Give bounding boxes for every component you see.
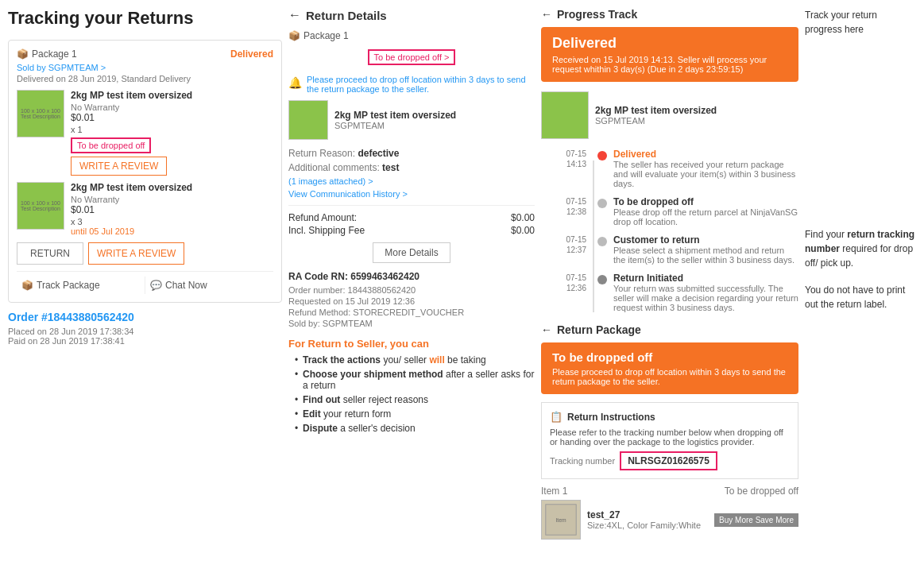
- tracking-number: NLRSGZ01626575: [620, 451, 717, 470]
- return-reason-label: Return Reason:: [288, 148, 355, 159]
- item-product-img: Item: [541, 500, 581, 540]
- instruction-2: Choose your shipment method after a sell…: [295, 369, 535, 391]
- communication-history-link[interactable]: View Communication History >: [288, 189, 535, 199]
- requested-on: Requested on 15 Jul 2019 12:36: [288, 296, 535, 306]
- chat-now-btn[interactable]: 💬 Chat Now: [145, 277, 273, 294]
- shipping-label: Incl. Shipping Fee: [288, 225, 365, 236]
- item-warranty-1: No Warranty: [71, 103, 273, 112]
- delivery-info: Delivered on 28 Jun 2019, Standard Deliv…: [17, 74, 273, 83]
- item-details-2: 2kg MP test item oversized No Warranty $…: [71, 182, 273, 236]
- return-button[interactable]: RETURN: [17, 242, 83, 265]
- timeline-desc-1: The seller has received your return pack…: [613, 160, 798, 188]
- middle-item-name: 2kg MP test item oversized: [334, 110, 456, 121]
- images-attached-link[interactable]: (1 images attached) >: [288, 176, 535, 186]
- order-paid: Paid on 28 Jun 2019 17:38:41: [8, 336, 282, 346]
- refund-amount-row: Refund Amount: $0.00: [288, 212, 535, 223]
- annotation-2-text: Find your return tracking number require…: [805, 227, 916, 270]
- ra-code: RA Code RN: 6599463462420: [288, 271, 535, 282]
- timeline-title-4: Return Initiated: [613, 273, 798, 284]
- seller-info[interactable]: Sold by SGPMTEAM >: [17, 63, 273, 72]
- progress-item-name: 2kg MP test item oversized: [595, 105, 717, 116]
- middle-package-badge: 📦 Package 1: [288, 30, 535, 41]
- page-title: Tracking your Returns: [8, 8, 282, 29]
- item-name-1: 2kg MP test item oversized: [71, 90, 273, 101]
- to-be-dropped-subtitle: Please proceed to drop off location with…: [552, 367, 787, 386]
- timeline-content-1: Delivered The seller has received your r…: [613, 149, 798, 188]
- timeline-item-4: 07-1512:36 Return Initiated Your return …: [541, 273, 798, 312]
- timeline-item-1: 07-1514:13 Delivered The seller has rece…: [541, 149, 798, 188]
- return-reason-value: defective: [358, 148, 399, 159]
- item-image-2: 100 x 100 x 100Test Description: [17, 182, 64, 230]
- footer-actions: 📦 Track Package 💬 Chat Now: [17, 271, 273, 294]
- delivered-subtitle: Received on 15 Jul 2019 14:13. Seller wi…: [552, 55, 787, 74]
- item-product-info: test_27 Size:4XL, Color Family:White: [587, 509, 708, 530]
- write-review-button[interactable]: WRITE A REVIEW: [88, 242, 184, 265]
- item-name-2: 2kg MP test item oversized: [71, 182, 273, 193]
- return-pkg-back-icon[interactable]: ←: [541, 323, 552, 336]
- item-until: until 05 Jul 2019: [71, 226, 273, 236]
- package-icon: 📦: [17, 48, 29, 60]
- additional-comments-row: Additional comments: test: [288, 162, 535, 173]
- item-drop-row: Item 1 To be dropped off: [541, 486, 798, 497]
- sold-by: Sold by: SGPMTEAM: [288, 319, 535, 328]
- more-details-button[interactable]: More Details: [373, 242, 450, 263]
- progress-back-icon[interactable]: ←: [541, 8, 552, 21]
- instruction-4: Edit your return form: [295, 408, 535, 420]
- timeline-content-3: Customer to return Please select a shipm…: [613, 234, 798, 265]
- right-main: ← Progress Track Delivered Received on 1…: [541, 8, 798, 540]
- item-product-row: Item test_27 Size:4XL, Color Family:Whit…: [541, 500, 798, 540]
- progress-item-seller: SGPMTEAM: [595, 116, 717, 126]
- right-section: ← Progress Track Delivered Received on 1…: [541, 8, 916, 540]
- ri-title: Return Instructions: [567, 412, 655, 423]
- track-package-btn[interactable]: 📦 Track Package: [17, 277, 145, 294]
- progress-header: ← Progress Track: [541, 8, 798, 21]
- timeline-desc-3: Please select a shipment method and retu…: [613, 246, 798, 265]
- instruction-1: Track the actions you/ seller will be ta…: [295, 354, 535, 366]
- drop-off-center-badge[interactable]: To be dropped off >: [368, 49, 456, 65]
- notice-icon: 🔔: [288, 76, 302, 94]
- return-details-header: ← Return Details: [288, 8, 535, 22]
- ra-section: RA Code RN: 6599463462420 Order number: …: [288, 271, 535, 328]
- buy-more-button[interactable]: Buy More Save More: [714, 513, 798, 527]
- tracking-row: Tracking number NLRSGZ01626575: [550, 451, 790, 470]
- timeline-dot-4: [597, 275, 607, 284]
- chat-icon: 💬: [150, 280, 162, 291]
- timeline-dot-2: [597, 199, 607, 208]
- progress-item-info: 2kg MP test item oversized SGPMTEAM: [595, 105, 717, 126]
- ri-text: Please refer to the tracking number belo…: [550, 428, 790, 447]
- item-warranty-2: No Warranty: [71, 195, 273, 204]
- instruction-3: Find out seller reject reasons: [295, 394, 535, 405]
- return-notice: 🔔 Please proceed to drop off location wi…: [288, 75, 535, 94]
- back-arrow-icon[interactable]: ←: [288, 8, 301, 22]
- timeline-dot-1: [597, 151, 607, 161]
- annotation-3: You do not have to print out the return …: [805, 283, 916, 311]
- annotation-2: Find your return tracking number require…: [805, 227, 916, 270]
- instructions-section: For Return to Seller, you can Track the …: [288, 338, 535, 434]
- item-price-1: $0.01: [71, 112, 273, 123]
- middle-item-info: 2kg MP test item oversized SGPMTEAM: [334, 110, 456, 130]
- middle-return-item: 2kg MP test item oversized SGPMTEAM: [288, 100, 535, 140]
- order-number[interactable]: Order #18443880562420: [8, 311, 282, 323]
- additional-comments-value: test: [382, 162, 399, 173]
- shipping-fee-row: Incl. Shipping Fee $0.00: [288, 225, 535, 236]
- refund-method: Refund Method: STORECREDIT_VOUCHER: [288, 308, 535, 317]
- tracking-label: Tracking number: [550, 456, 615, 466]
- delivered-banner: Delivered Received on 15 Jul 2019 14:13.…: [541, 27, 798, 82]
- order-section: Order #18443880562420 Placed on 28 Jun 2…: [8, 311, 282, 346]
- return-reason-row: Return Reason: defective: [288, 148, 535, 159]
- item-drop-status: To be dropped off: [725, 486, 798, 497]
- package-label: 📦 Package 1: [17, 48, 77, 60]
- progress-track-section: ← Progress Track Delivered Received on 1…: [541, 8, 798, 312]
- annotations-panel: Track your return progress here Find you…: [805, 8, 916, 540]
- write-review-btn-1[interactable]: WRITE A REVIEW: [71, 157, 167, 176]
- middle-item-seller: SGPMTEAM: [334, 121, 456, 130]
- ri-icon: 📋: [550, 411, 563, 423]
- action-buttons: RETURN WRITE A REVIEW: [17, 242, 273, 265]
- pkg-icon: 📦: [288, 30, 300, 41]
- delivered-title: Delivered: [552, 35, 787, 52]
- instructions-list: Track the actions you/ seller will be ta…: [288, 354, 535, 434]
- item-details-1: 2kg MP test item oversized No Warranty $…: [71, 90, 273, 176]
- drop-off-badge: To be dropped off: [71, 137, 151, 153]
- return-package-header: ← Return Package: [541, 323, 798, 336]
- notice-text: Please proceed to drop off location with…: [307, 75, 535, 94]
